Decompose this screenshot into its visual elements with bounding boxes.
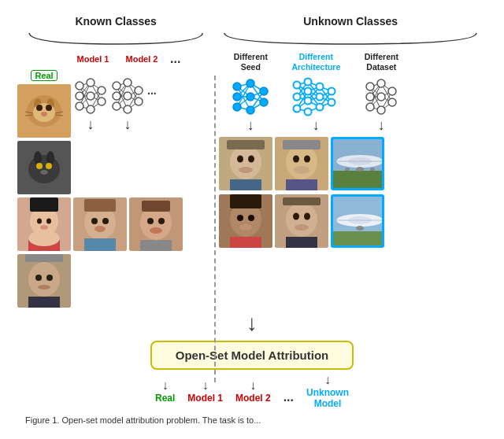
diff-dataset-col: DifferentDataset: [350, 52, 413, 73]
svg-point-174: [237, 156, 243, 163]
svg-point-175: [248, 156, 254, 163]
svg-point-54: [135, 87, 143, 94]
diff-arch-label: Different Architecture: [284, 52, 347, 72]
svg-point-139: [294, 94, 301, 101]
svg-point-213: [356, 226, 364, 231]
output-arrow-unk: ↓: [324, 373, 331, 387]
svg-rect-200: [230, 237, 261, 248]
attribution-label: Open-Set Model Attribution: [176, 349, 328, 362]
svg-point-171: [388, 98, 396, 106]
model2-header: Model 2: [121, 54, 162, 64]
cat-image-1: [17, 84, 71, 138]
svg-point-203: [293, 213, 299, 220]
svg-point-57: [28, 155, 60, 183]
svg-point-167: [377, 79, 385, 87]
svg-point-86: [28, 262, 60, 297]
svg-point-83: [150, 227, 162, 234]
svg-point-26: [76, 82, 83, 90]
airplane-image-1: [331, 137, 384, 190]
unk-man-image-3: [275, 194, 328, 248]
output-arrow-real: ↓: [162, 378, 169, 393]
unknown-row-4: [219, 194, 487, 248]
nn2-arrow: ↓: [124, 117, 132, 131]
svg-point-166: [366, 103, 374, 111]
svg-point-193: [370, 168, 375, 171]
output-arrow-m2: ↓: [250, 378, 256, 393]
svg-rect-90: [28, 297, 60, 308]
output-dots: ...: [284, 378, 294, 404]
svg-point-143: [305, 98, 312, 105]
svg-point-148: [328, 88, 335, 95]
svg-rect-73: [84, 199, 116, 212]
output-arrow-m1: ↓: [202, 378, 209, 393]
svg-point-107: [233, 93, 241, 101]
svg-point-88: [46, 275, 53, 281]
unknown-header: Unknown Classes: [214, 14, 487, 28]
output-real-label: Real: [155, 393, 175, 404]
svg-point-109: [246, 79, 254, 87]
svg-point-28: [76, 102, 83, 110]
output-model1-label: Model 1: [187, 393, 223, 404]
known-dots: ...: [147, 84, 157, 97]
svg-point-204: [304, 213, 310, 220]
svg-point-106: [233, 83, 241, 90]
dots-label: ...: [170, 52, 180, 66]
model1-label: Model 1: [77, 54, 109, 64]
main-arrow: ↓: [17, 311, 487, 336]
svg-point-6: [46, 105, 52, 111]
svg-point-149: [328, 99, 335, 106]
svg-point-31: [87, 105, 94, 113]
known-row-1: Real: [17, 70, 214, 138]
woman-image: [17, 197, 71, 251]
seed-arrow: ↓: [247, 118, 254, 132]
svg-point-110: [246, 93, 254, 101]
svg-rect-177: [230, 179, 261, 190]
generated-face-1: [73, 197, 127, 251]
output-dots-label: ...: [284, 390, 294, 404]
svg-point-70: [28, 231, 60, 246]
diff-dataset-label: DifferentDataset: [365, 52, 398, 72]
svg-point-176: [239, 167, 253, 173]
svg-point-33: [98, 98, 106, 105]
known-section: Model 1 Model 2 ... Real: [17, 52, 214, 308]
svg-point-87: [35, 275, 42, 281]
svg-point-205: [295, 224, 309, 231]
svg-rect-65: [30, 197, 58, 212]
model1-header: Model 1: [72, 54, 113, 64]
nn1-arrow: ↓: [87, 117, 94, 131]
model2-label: Model 2: [126, 54, 158, 64]
svg-rect-185: [283, 140, 321, 149]
svg-rect-77: [84, 238, 116, 251]
output-model1: ↓ Model 1: [187, 378, 223, 404]
svg-rect-207: [283, 197, 321, 205]
svg-point-199: [239, 224, 252, 231]
section-divider: [214, 76, 216, 382]
unknown-classes-label: Unknown Classes: [303, 15, 398, 28]
svg-point-53: [124, 105, 132, 113]
svg-point-81: [147, 218, 154, 224]
output-labels: ↓ Real ↓ Model 1 ↓ Model 2 ... ↓ Unknown…: [17, 373, 487, 409]
unk-man-image-1: [219, 137, 272, 190]
svg-point-76: [94, 226, 106, 232]
svg-rect-91: [25, 254, 63, 262]
unknown-section: DifferentSeed Different Architecture Dif…: [214, 52, 487, 308]
svg-point-173: [230, 145, 261, 179]
caption-text: Figure 1. Open-set model attribution pro…: [25, 415, 261, 425]
svg-point-108: [233, 103, 241, 111]
svg-point-192: [345, 168, 350, 171]
svg-point-112: [260, 87, 268, 95]
svg-point-27: [76, 92, 83, 100]
unk-woman-image: [219, 194, 272, 248]
known-row-2: [17, 141, 214, 194]
output-unknown-label: UnknownModel: [306, 387, 349, 409]
arch-arrow: ↓: [313, 118, 320, 132]
svg-point-49: [113, 92, 120, 100]
dark-cat-image: [17, 141, 71, 194]
figure-caption: Figure 1. Open-set model attribution pro…: [17, 415, 487, 425]
svg-point-61: [46, 163, 52, 169]
main-container: Known Classes Unknown Classes: [0, 0, 504, 439]
svg-rect-206: [286, 237, 317, 248]
svg-point-197: [237, 215, 243, 221]
man-image: [17, 254, 71, 308]
diff-seed-col: DifferentSeed: [219, 52, 282, 73]
